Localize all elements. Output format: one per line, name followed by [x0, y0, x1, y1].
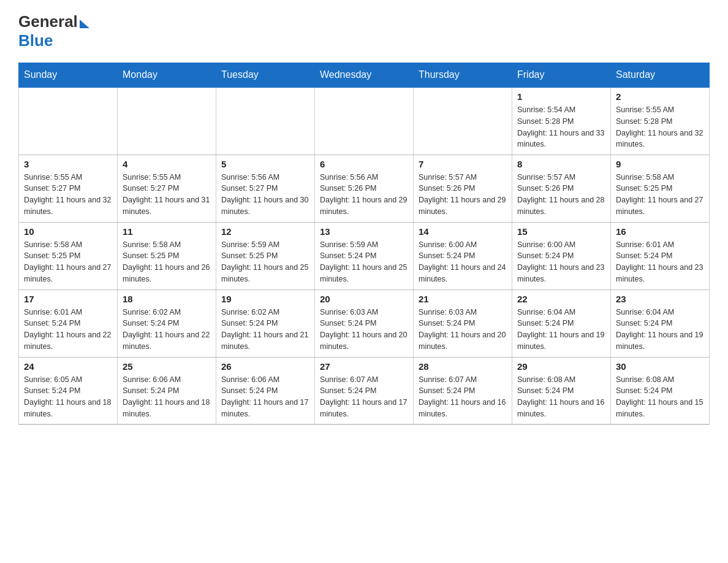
calendar-cell: 11Sunrise: 5:58 AMSunset: 5:25 PMDayligh…	[118, 222, 216, 289]
calendar-cell: 14Sunrise: 6:00 AMSunset: 5:24 PMDayligh…	[414, 222, 512, 289]
calendar-cell: 13Sunrise: 5:59 AMSunset: 5:24 PMDayligh…	[315, 222, 414, 289]
day-info: Sunrise: 6:00 AMSunset: 5:24 PMDaylight:…	[419, 239, 507, 285]
day-info: Sunrise: 5:55 AMSunset: 5:27 PMDaylight:…	[24, 172, 112, 218]
calendar-cell: 23Sunrise: 6:04 AMSunset: 5:24 PMDayligh…	[611, 289, 710, 357]
day-info: Sunrise: 6:08 AMSunset: 5:24 PMDaylight:…	[517, 374, 605, 420]
day-info: Sunrise: 5:58 AMSunset: 5:25 PMDaylight:…	[24, 239, 112, 285]
day-number: 2	[616, 91, 704, 102]
day-info: Sunrise: 5:56 AMSunset: 5:26 PMDaylight:…	[320, 172, 408, 218]
day-info: Sunrise: 6:04 AMSunset: 5:24 PMDaylight:…	[517, 307, 605, 353]
weekday-header-tuesday: Tuesday	[216, 63, 315, 88]
calendar-header: SundayMondayTuesdayWednesdayThursdayFrid…	[19, 63, 710, 88]
logo-arrow-icon	[80, 20, 89, 28]
calendar-body: 1Sunrise: 5:54 AMSunset: 5:28 PMDaylight…	[19, 87, 710, 424]
day-info: Sunrise: 6:06 AMSunset: 5:24 PMDaylight:…	[123, 374, 211, 420]
day-number: 8	[517, 159, 605, 169]
calendar-cell: 12Sunrise: 5:59 AMSunset: 5:25 PMDayligh…	[216, 222, 315, 289]
day-info: Sunrise: 6:07 AMSunset: 5:24 PMDaylight:…	[320, 374, 408, 420]
calendar-cell	[19, 87, 118, 155]
calendar-cell	[414, 87, 512, 155]
weekday-header-monday: Monday	[118, 63, 216, 88]
logo-blue-text: Blue	[18, 31, 53, 50]
day-number: 28	[419, 361, 507, 372]
calendar-cell: 9Sunrise: 5:58 AMSunset: 5:25 PMDaylight…	[611, 155, 710, 222]
day-number: 15	[517, 226, 605, 237]
logo-general-text: General	[18, 12, 78, 31]
weekday-header-thursday: Thursday	[414, 63, 512, 88]
calendar-cell: 30Sunrise: 6:08 AMSunset: 5:24 PMDayligh…	[611, 357, 710, 424]
weekday-header-sunday: Sunday	[19, 63, 118, 88]
day-number: 9	[616, 159, 704, 169]
day-info: Sunrise: 5:55 AMSunset: 5:27 PMDaylight:…	[123, 172, 211, 218]
calendar-cell: 5Sunrise: 5:56 AMSunset: 5:27 PMDaylight…	[216, 155, 315, 222]
calendar-cell: 26Sunrise: 6:06 AMSunset: 5:24 PMDayligh…	[216, 357, 315, 424]
calendar-cell: 3Sunrise: 5:55 AMSunset: 5:27 PMDaylight…	[19, 155, 118, 222]
calendar-cell: 17Sunrise: 6:01 AMSunset: 5:24 PMDayligh…	[19, 289, 118, 357]
calendar-cell: 25Sunrise: 6:06 AMSunset: 5:24 PMDayligh…	[118, 357, 216, 424]
day-info: Sunrise: 6:02 AMSunset: 5:24 PMDaylight:…	[123, 307, 211, 353]
day-number: 26	[221, 361, 309, 372]
calendar-cell: 20Sunrise: 6:03 AMSunset: 5:24 PMDayligh…	[315, 289, 414, 357]
day-number: 22	[517, 294, 605, 304]
calendar-cell: 29Sunrise: 6:08 AMSunset: 5:24 PMDayligh…	[512, 357, 611, 424]
calendar-cell: 18Sunrise: 6:02 AMSunset: 5:24 PMDayligh…	[118, 289, 216, 357]
calendar-cell	[118, 87, 216, 155]
calendar-cell: 24Sunrise: 6:05 AMSunset: 5:24 PMDayligh…	[19, 357, 118, 424]
page-header: General Blue	[18, 12, 710, 50]
day-info: Sunrise: 6:03 AMSunset: 5:24 PMDaylight:…	[419, 307, 507, 353]
day-info: Sunrise: 5:58 AMSunset: 5:25 PMDaylight:…	[123, 239, 211, 285]
weekday-header-row: SundayMondayTuesdayWednesdayThursdayFrid…	[19, 63, 710, 88]
calendar-week-row: 10Sunrise: 5:58 AMSunset: 5:25 PMDayligh…	[19, 222, 710, 289]
day-info: Sunrise: 5:57 AMSunset: 5:26 PMDaylight:…	[419, 172, 507, 218]
calendar-cell: 10Sunrise: 5:58 AMSunset: 5:25 PMDayligh…	[19, 222, 118, 289]
calendar-cell: 22Sunrise: 6:04 AMSunset: 5:24 PMDayligh…	[512, 289, 611, 357]
day-info: Sunrise: 5:55 AMSunset: 5:28 PMDaylight:…	[616, 104, 704, 150]
day-number: 18	[123, 294, 211, 304]
calendar-cell: 19Sunrise: 6:02 AMSunset: 5:24 PMDayligh…	[216, 289, 315, 357]
calendar-cell: 21Sunrise: 6:03 AMSunset: 5:24 PMDayligh…	[414, 289, 512, 357]
day-number: 30	[616, 361, 704, 372]
day-number: 11	[123, 226, 211, 237]
day-info: Sunrise: 6:02 AMSunset: 5:24 PMDaylight:…	[221, 307, 309, 353]
calendar-cell	[216, 87, 315, 155]
day-info: Sunrise: 5:58 AMSunset: 5:25 PMDaylight:…	[616, 172, 704, 218]
day-number: 27	[320, 361, 408, 372]
day-number: 21	[419, 294, 507, 304]
calendar-cell: 28Sunrise: 6:07 AMSunset: 5:24 PMDayligh…	[414, 357, 512, 424]
day-info: Sunrise: 5:57 AMSunset: 5:26 PMDaylight:…	[517, 172, 605, 218]
calendar-week-row: 3Sunrise: 5:55 AMSunset: 5:27 PMDaylight…	[19, 155, 710, 222]
calendar-cell: 4Sunrise: 5:55 AMSunset: 5:27 PMDaylight…	[118, 155, 216, 222]
calendar-cell: 16Sunrise: 6:01 AMSunset: 5:24 PMDayligh…	[611, 222, 710, 289]
calendar-table: SundayMondayTuesdayWednesdayThursdayFrid…	[18, 63, 710, 425]
day-number: 16	[616, 226, 704, 237]
day-info: Sunrise: 6:08 AMSunset: 5:24 PMDaylight:…	[616, 374, 704, 420]
logo: General Blue	[18, 12, 89, 50]
calendar-cell: 2Sunrise: 5:55 AMSunset: 5:28 PMDaylight…	[611, 87, 710, 155]
day-info: Sunrise: 5:59 AMSunset: 5:24 PMDaylight:…	[320, 239, 408, 285]
calendar-week-row: 1Sunrise: 5:54 AMSunset: 5:28 PMDaylight…	[19, 87, 710, 155]
day-info: Sunrise: 6:01 AMSunset: 5:24 PMDaylight:…	[616, 239, 704, 285]
calendar-cell: 6Sunrise: 5:56 AMSunset: 5:26 PMDaylight…	[315, 155, 414, 222]
weekday-header-friday: Friday	[512, 63, 611, 88]
calendar-cell: 15Sunrise: 6:00 AMSunset: 5:24 PMDayligh…	[512, 222, 611, 289]
calendar-week-row: 17Sunrise: 6:01 AMSunset: 5:24 PMDayligh…	[19, 289, 710, 357]
day-number: 3	[24, 159, 112, 169]
day-number: 10	[24, 226, 112, 237]
day-number: 1	[517, 91, 605, 102]
calendar-cell: 1Sunrise: 5:54 AMSunset: 5:28 PMDaylight…	[512, 87, 611, 155]
day-number: 25	[123, 361, 211, 372]
calendar-cell: 8Sunrise: 5:57 AMSunset: 5:26 PMDaylight…	[512, 155, 611, 222]
day-number: 12	[221, 226, 309, 237]
day-info: Sunrise: 6:05 AMSunset: 5:24 PMDaylight:…	[24, 374, 112, 420]
day-info: Sunrise: 6:04 AMSunset: 5:24 PMDaylight:…	[616, 307, 704, 353]
calendar-cell: 7Sunrise: 5:57 AMSunset: 5:26 PMDaylight…	[414, 155, 512, 222]
day-number: 23	[616, 294, 704, 304]
day-number: 13	[320, 226, 408, 237]
calendar-week-row: 24Sunrise: 6:05 AMSunset: 5:24 PMDayligh…	[19, 357, 710, 424]
day-info: Sunrise: 6:07 AMSunset: 5:24 PMDaylight:…	[419, 374, 507, 420]
day-number: 19	[221, 294, 309, 304]
day-number: 24	[24, 361, 112, 372]
weekday-header-wednesday: Wednesday	[315, 63, 414, 88]
day-info: Sunrise: 5:59 AMSunset: 5:25 PMDaylight:…	[221, 239, 309, 285]
day-number: 5	[221, 159, 309, 169]
